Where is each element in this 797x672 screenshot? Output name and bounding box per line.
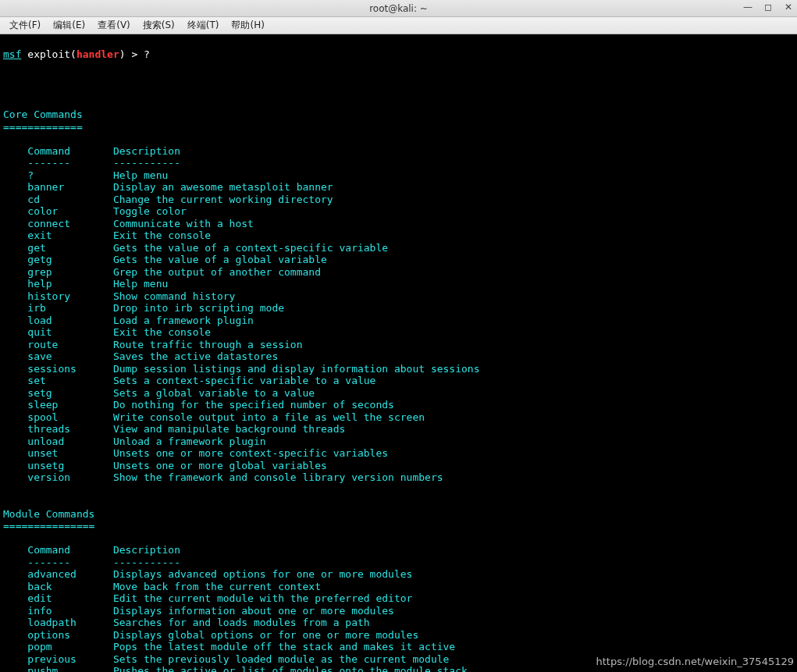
prompt-exploit-suffix: ) (119, 48, 126, 60)
command-description: Drop into irb scripting mode (113, 302, 284, 314)
prompt-msf: msf (3, 48, 21, 60)
table-row: exit Exit the console (3, 229, 794, 242)
command-name: options (27, 629, 113, 641)
command-name: previous (27, 653, 113, 665)
menubar: 文件(F) 编辑(E) 查看(V) 搜索(S) 终端(T) 帮助(H) (0, 17, 797, 34)
command-name: edit (27, 592, 113, 604)
table-row: banner Display an awesome metasploit ban… (3, 181, 794, 194)
command-description: Communicate with a host (113, 218, 254, 229)
command-description: Displays information about one or more m… (113, 605, 394, 617)
table-row: getg Gets the value of a global variable (3, 254, 794, 266)
menu-view[interactable]: 查看(V) (91, 17, 137, 34)
command-name: banner (27, 181, 113, 193)
section-title: Core Commands (3, 108, 794, 121)
command-name: pushm (27, 665, 113, 672)
command-description: Do nothing for the specified number of s… (113, 399, 394, 411)
command-name: get (27, 242, 113, 254)
command-description: Show the framework and console library v… (113, 471, 443, 483)
blank-line (3, 133, 794, 145)
command-name: getg (27, 254, 113, 265)
command-description: Dump session listings and display inform… (113, 363, 480, 375)
command-name: unset (27, 447, 113, 459)
table-row: quit Exit the console (3, 326, 794, 339)
table-row: route Route traffic through a session (3, 339, 794, 351)
table-row: save Saves the active datastores (3, 350, 794, 363)
command-description: Unsets one or more context-specific vari… (113, 447, 388, 459)
command-name: cd (27, 194, 113, 205)
table-row: grep Grep the output of another command (3, 266, 794, 279)
blank-line (3, 73, 794, 85)
table-row: advanced Displays advanced options for o… (3, 568, 794, 581)
command-description: View and manipulate background threads (113, 423, 345, 435)
menu-terminal[interactable]: 终端(T) (181, 17, 226, 34)
command-name: load (27, 315, 113, 326)
command-description: Sets a global variable to a value (113, 387, 315, 399)
table-row: info Displays information about one or m… (3, 605, 794, 617)
table-row: previous Sets the previously loaded modu… (3, 653, 794, 666)
command-description: Display an awesome metasploit banner (113, 181, 333, 193)
section-title: Module Commands (3, 508, 794, 521)
command-name: color (27, 205, 113, 217)
table-row: loadpath Searches for and loads modules … (3, 617, 794, 629)
command-name: irb (27, 302, 113, 314)
command-name: save (27, 350, 113, 362)
table-row: sleep Do nothing for the specified numbe… (3, 399, 794, 411)
window-title: root@kali: ~ (369, 3, 428, 14)
table-row: edit Edit the current module with the pr… (3, 592, 794, 605)
section-underline: =============== (3, 520, 794, 532)
menu-search[interactable]: 搜索(S) (137, 17, 181, 34)
table-row: ? Help menu (3, 169, 794, 182)
command-name: back (27, 581, 113, 592)
maximize-icon[interactable]: ◻ (763, 2, 774, 12)
command-description: Unsets one or more global variables (113, 460, 327, 471)
command-description: Toggle color (113, 205, 187, 217)
menu-file[interactable]: 文件(F) (3, 17, 47, 34)
table-header: Command Description (3, 544, 794, 556)
table-row: spool Write console output into a file a… (3, 411, 794, 424)
table-row: sessions Dump session listings and displ… (3, 363, 794, 375)
table-row: cd Change the current working directory (3, 194, 794, 206)
blank-line (3, 496, 794, 508)
command-description: Load a framework plugin (113, 315, 254, 326)
command-description: Saves the active datastores (113, 350, 278, 362)
command-name: grep (27, 266, 113, 278)
command-name: sleep (27, 399, 113, 411)
table-row: unsetg Unsets one or more global variabl… (3, 460, 794, 472)
command-description: Gets the value of a context-specific var… (113, 242, 388, 254)
command-name: loadpath (27, 617, 113, 628)
table-row: help Help menu (3, 278, 794, 290)
terminal[interactable]: msf exploit(handler) > ? Core Commands==… (0, 34, 797, 672)
close-icon[interactable]: ✕ (783, 2, 794, 12)
command-description: Pops the latest module off the stack and… (113, 641, 455, 652)
table-row: connect Communicate with a host (3, 218, 794, 230)
sections-container: Core Commands============= Command Descr… (3, 108, 794, 672)
command-description: Write console output into a file as well… (113, 411, 425, 423)
table-row: color Toggle color (3, 205, 794, 218)
table-row: setg Sets a global variable to a value (3, 387, 794, 400)
command-description: Exit the console (113, 229, 211, 241)
command-description: Grep the output of another command (113, 266, 321, 278)
menu-edit[interactable]: 编辑(E) (47, 17, 91, 34)
command-description: Unload a framework plugin (113, 436, 266, 447)
prompt-line: msf exploit(handler) > ? (3, 48, 794, 61)
minimize-icon[interactable]: — (742, 2, 753, 12)
prompt-handler: handler (76, 48, 119, 60)
command-name: threads (27, 423, 113, 435)
menu-help[interactable]: 帮助(H) (225, 17, 270, 34)
command-name: info (27, 605, 113, 617)
command-name: route (27, 339, 113, 350)
command-description: Pushes the active or list of modules ont… (113, 665, 468, 672)
command-description: Searches for and loads modules from a pa… (113, 617, 370, 628)
command-description: Change the current working directory (113, 194, 333, 205)
command-description: Help menu (113, 169, 168, 181)
command-name: version (27, 471, 113, 483)
table-row: popm Pops the latest module off the stac… (3, 641, 794, 653)
command-name: ? (27, 169, 113, 181)
table-row: history Show command history (3, 290, 794, 303)
blank-line (3, 484, 794, 496)
command-name: history (27, 290, 113, 302)
command-name: quit (27, 326, 113, 338)
command-name: spool (27, 411, 113, 423)
table-row: unload Unload a framework plugin (3, 436, 794, 448)
command-name: exit (27, 229, 113, 241)
